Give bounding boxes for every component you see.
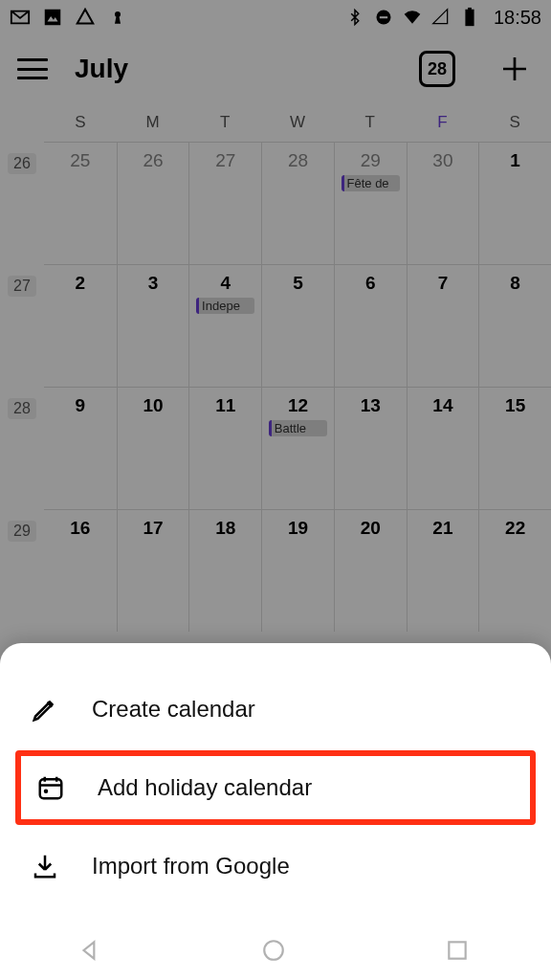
nav-back[interactable] <box>77 938 106 967</box>
wifi-icon <box>402 7 423 28</box>
dow-header: F <box>407 103 479 142</box>
day-cell[interactable]: 28 <box>261 143 334 264</box>
day-number: 29 <box>361 150 381 171</box>
event-chip[interactable]: Fête de <box>342 175 400 191</box>
day-number: 30 <box>432 150 452 171</box>
dow-header: T <box>334 103 407 142</box>
day-number: 14 <box>432 395 452 416</box>
day-number: 5 <box>293 273 303 294</box>
nav-home[interactable] <box>261 938 290 967</box>
day-cell[interactable]: 10 <box>117 388 189 509</box>
day-number: 21 <box>432 518 452 539</box>
day-cell[interactable]: 12Battle <box>261 388 334 509</box>
calendar-icon <box>34 771 67 804</box>
day-cell[interactable]: 1 <box>478 143 551 264</box>
week-number: 26 <box>0 142 44 264</box>
day-number: 27 <box>215 150 235 171</box>
month-title[interactable]: July <box>75 54 400 84</box>
day-number: 9 <box>76 395 86 416</box>
add-holiday-calendar-item[interactable]: Add holiday calendar <box>15 750 536 825</box>
day-cell[interactable]: 14 <box>407 388 479 509</box>
day-number: 25 <box>70 150 90 171</box>
day-cell[interactable]: 5 <box>261 265 334 387</box>
dow-header: S <box>44 103 117 142</box>
day-cell[interactable]: 18 <box>188 510 261 632</box>
day-cell[interactable]: 26 <box>117 143 189 264</box>
day-cell[interactable]: 4Indepe <box>188 265 261 387</box>
svg-point-8 <box>44 790 49 794</box>
event-chip[interactable]: Indepe <box>196 298 254 314</box>
svg-point-2 <box>115 11 121 17</box>
clock: 18:58 <box>494 7 541 29</box>
svg-point-9 <box>264 941 283 960</box>
svg-rect-4 <box>380 16 387 18</box>
create-calendar-item[interactable]: Create calendar <box>0 672 551 746</box>
nav-recent[interactable] <box>445 938 474 967</box>
week-number: 28 <box>0 387 44 509</box>
photos-icon <box>42 7 63 28</box>
day-cell[interactable]: 2 <box>44 265 117 387</box>
day-cell[interactable]: 29Fête de <box>334 143 407 264</box>
day-cell[interactable]: 22 <box>478 510 551 632</box>
day-cell[interactable]: 25 <box>44 143 117 264</box>
dow-header: S <box>478 103 551 142</box>
drive-icon <box>75 7 96 28</box>
day-number: 20 <box>361 518 381 539</box>
day-number: 2 <box>76 273 86 294</box>
day-number: 6 <box>365 273 376 294</box>
day-cell[interactable]: 7 <box>407 265 479 387</box>
day-cell[interactable]: 19 <box>261 510 334 632</box>
today-number: 28 <box>428 59 447 79</box>
calendar-grid: 26272829 SMTWTFS 2526272829Fête de301234… <box>0 103 551 632</box>
week-row: 2526272829Fête de301 <box>44 142 551 264</box>
day-cell[interactable]: 8 <box>478 265 551 387</box>
day-cell[interactable]: 11 <box>188 388 261 509</box>
status-bar: 18:58 <box>0 0 551 34</box>
week-row: 16171819202122 <box>44 509 551 632</box>
menu-button[interactable] <box>17 58 48 79</box>
day-number: 12 <box>288 395 308 416</box>
day-cell[interactable]: 6 <box>334 265 407 387</box>
day-number: 3 <box>148 273 159 294</box>
day-number: 13 <box>361 395 381 416</box>
day-cell[interactable]: 17 <box>117 510 189 632</box>
week-number: 27 <box>0 264 44 387</box>
day-cell[interactable]: 13 <box>334 388 407 509</box>
event-chip[interactable]: Battle <box>269 420 327 436</box>
sheet-item-label: Add holiday calendar <box>98 774 312 801</box>
week-row: 9101112Battle131415 <box>44 387 551 509</box>
sheet-item-label: Create calendar <box>92 696 255 723</box>
today-button[interactable]: 28 <box>419 51 455 87</box>
battery-icon <box>459 7 480 28</box>
day-number: 26 <box>143 150 163 171</box>
day-number: 11 <box>215 395 235 416</box>
dow-header: W <box>261 103 334 142</box>
dow-header: M <box>117 103 189 142</box>
dow-header: T <box>188 103 261 142</box>
day-cell[interactable]: 30 <box>407 143 479 264</box>
day-cell[interactable]: 15 <box>478 388 551 509</box>
svg-rect-7 <box>40 779 62 798</box>
week-row: 234Indepe5678 <box>44 264 551 387</box>
day-cell[interactable]: 3 <box>117 265 189 387</box>
day-number: 17 <box>143 518 163 539</box>
day-number: 10 <box>143 395 163 416</box>
day-cell[interactable]: 20 <box>334 510 407 632</box>
add-button[interactable] <box>496 50 534 88</box>
day-cell[interactable]: 9 <box>44 388 117 509</box>
day-number: 4 <box>220 273 231 294</box>
day-number: 8 <box>510 273 520 294</box>
gmail-icon <box>10 7 31 28</box>
day-number: 15 <box>505 395 525 416</box>
day-number: 22 <box>505 518 525 539</box>
svg-rect-10 <box>449 942 465 958</box>
day-cell[interactable]: 16 <box>44 510 117 632</box>
sheet-item-label: Import from Google <box>92 853 290 880</box>
signal-icon <box>430 7 452 28</box>
day-number: 7 <box>438 273 449 294</box>
import-google-item[interactable]: Import from Google <box>0 829 551 903</box>
dnd-icon <box>373 7 394 28</box>
day-cell[interactable]: 21 <box>407 510 479 632</box>
pencil-icon <box>29 693 61 725</box>
day-cell[interactable]: 27 <box>188 143 261 264</box>
